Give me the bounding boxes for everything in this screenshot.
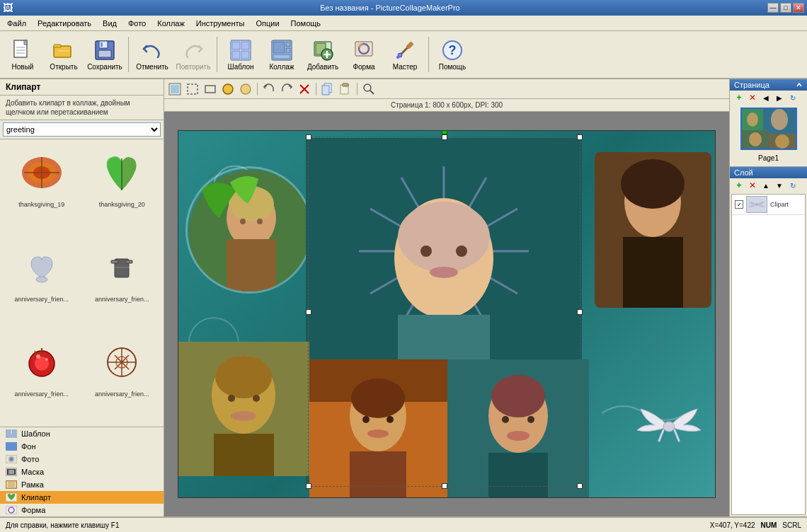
layer-add-button[interactable]: + — [733, 180, 745, 191]
undo-label: Отменить — [136, 63, 168, 71]
layer-refresh-button[interactable]: ↻ — [786, 180, 799, 191]
clipart-item-anniversary1[interactable]: anniversary_frien... — [1, 236, 82, 330]
canvas-tool-rect[interactable] — [202, 81, 218, 97]
menu-collage[interactable]: Коллаж — [151, 18, 190, 29]
window-controls[interactable]: — □ ✕ — [767, 3, 804, 13]
svg-rect-14 — [232, 51, 240, 59]
menu-photo[interactable]: Фото — [122, 18, 151, 29]
menu-options[interactable]: Опции — [250, 18, 285, 29]
menu-tools[interactable]: Инструменты — [190, 18, 251, 29]
page-thumb-inner — [742, 109, 796, 149]
svg-rect-20 — [273, 54, 290, 59]
canvas-tool-paste[interactable] — [338, 81, 353, 97]
new-button[interactable]: Новый — [3, 33, 42, 76]
clipart-thumb-thanksgiving19 — [10, 144, 74, 201]
tab-shape[interactable]: Форма — [0, 504, 164, 516]
tab-background[interactable]: Фон — [0, 440, 164, 453]
page-section: Страница + ✕ ◀ ▶ ↻ — [730, 79, 807, 167]
layer-move-down-button[interactable]: ▼ — [773, 180, 786, 191]
tab-mask[interactable]: Маска — [0, 466, 164, 478]
canvas-tool-zoom[interactable] — [361, 81, 377, 97]
wizard-button[interactable]: Мастер — [385, 33, 425, 76]
page-refresh-button[interactable]: ↻ — [786, 92, 799, 103]
menu-view[interactable]: Вид — [97, 18, 122, 29]
shape-button[interactable]: Форма — [344, 33, 384, 76]
svg-rect-17 — [273, 42, 285, 53]
canvas-tool-copy[interactable] — [320, 81, 336, 97]
photo-frame-4[interactable] — [178, 342, 309, 476]
clipart-item-anniversary2[interactable]: anniversary_frien... — [82, 236, 163, 330]
canvas-tool-sep3 — [357, 83, 357, 96]
collage-button[interactable]: Коллаж — [262, 33, 302, 76]
template-tab-icon — [6, 429, 17, 438]
svg-point-87 — [364, 84, 371, 91]
save-button[interactable]: Сохранить — [85, 33, 125, 76]
save-label: Сохранить — [87, 63, 122, 71]
clipart-item-thanksgiving20[interactable]: thanksgiving_20 — [82, 141, 163, 236]
scrl-mode: SCRL — [782, 521, 801, 529]
maximize-button[interactable]: □ — [780, 3, 791, 13]
clipart-hint: Добавить клипарт в коллаж, двойным щелчк… — [0, 96, 164, 120]
close-button[interactable]: ✕ — [793, 3, 804, 13]
clipart-grid: thanksgiving_19 thanksgiving_20 — [0, 139, 164, 427]
menu-help[interactable]: Помощь — [285, 18, 327, 29]
menu-edit[interactable]: Редактировать — [32, 18, 97, 29]
canvas-tool-sep1 — [257, 83, 258, 96]
menu-file[interactable]: Файл — [1, 18, 32, 29]
layer-visibility-check[interactable]: ✓ — [735, 200, 743, 209]
frame-tab-icon — [6, 480, 17, 489]
tab-clipart[interactable]: Клипарт — [0, 491, 164, 504]
page-move-left-button[interactable]: ◀ — [760, 92, 772, 103]
canvas-tool-image[interactable] — [167, 81, 183, 97]
template-label: Шаблон — [227, 63, 253, 71]
redo-button[interactable]: Повторить — [173, 33, 213, 76]
tab-background-label: Фон — [21, 442, 36, 451]
svg-rect-78 — [205, 86, 215, 93]
canvas-tool-rotate-right[interactable] — [279, 81, 294, 97]
page-move-right-button[interactable]: ▶ — [773, 92, 786, 103]
tab-photo[interactable]: Фото — [0, 453, 164, 466]
background-tab-icon — [6, 442, 17, 451]
canvas-wrapper[interactable] — [164, 112, 729, 516]
canvas-tool-rotate-left[interactable] — [261, 81, 277, 97]
photo-frame-1[interactable] — [185, 166, 313, 294]
canvas-tool-delete[interactable] — [297, 81, 312, 97]
layer-move-up-button[interactable]: ▲ — [760, 180, 772, 191]
template-button[interactable]: Шаблон — [221, 33, 261, 76]
svg-rect-125 — [623, 237, 683, 308]
add-button[interactable]: Добавить — [303, 33, 343, 76]
page-thumbnail[interactable] — [740, 108, 797, 150]
clipart-item-anniversary4[interactable]: anniversary_frien... — [82, 330, 163, 425]
page-add-button[interactable]: + — [733, 92, 745, 103]
canvas-tool-shape2[interactable] — [238, 81, 253, 97]
clipart-item-anniversary3[interactable]: anniversary_frien... — [1, 330, 82, 425]
undo-button[interactable]: Отменить — [132, 33, 172, 76]
canvas-tool-circle[interactable] — [220, 81, 236, 97]
layer-item-clipart[interactable]: ✓ Clipart — [732, 195, 805, 215]
clipart-category-select[interactable]: greeting — [3, 122, 161, 137]
layer-delete-button[interactable]: ✕ — [746, 180, 759, 191]
photo-frame-6[interactable] — [447, 359, 589, 497]
layer-thumb — [746, 196, 767, 213]
page-delete-button[interactable]: ✕ — [746, 92, 759, 103]
photo-tab-icon — [6, 455, 17, 463]
clipart-thumb-anniversary1 — [10, 239, 74, 296]
tab-mask-label: Маска — [21, 468, 44, 476]
svg-point-136 — [351, 378, 405, 418]
new-label: Новый — [12, 63, 34, 71]
clipart-item-thanksgiving19[interactable]: thanksgiving_19 — [1, 141, 82, 236]
help-button[interactable]: ? Помощь — [433, 33, 472, 76]
svg-point-159 — [775, 134, 789, 149]
photo-frame-5[interactable] — [309, 359, 447, 497]
tab-template[interactable]: Шаблон — [0, 427, 164, 440]
add-label: Добавить — [307, 63, 338, 71]
canvas-tool-select[interactable] — [185, 81, 200, 97]
canvas-page[interactable] — [178, 130, 716, 498]
svg-point-66 — [10, 458, 13, 461]
open-button[interactable]: Открыть — [44, 33, 84, 76]
minimize-button[interactable]: — — [767, 3, 779, 13]
svg-point-144 — [502, 416, 509, 423]
photo-frame-3[interactable] — [595, 152, 711, 308]
tab-frame[interactable]: Рамка — [0, 478, 164, 491]
layer-section: Слой + ✕ ▲ ▼ ↻ ✓ — [730, 167, 807, 516]
